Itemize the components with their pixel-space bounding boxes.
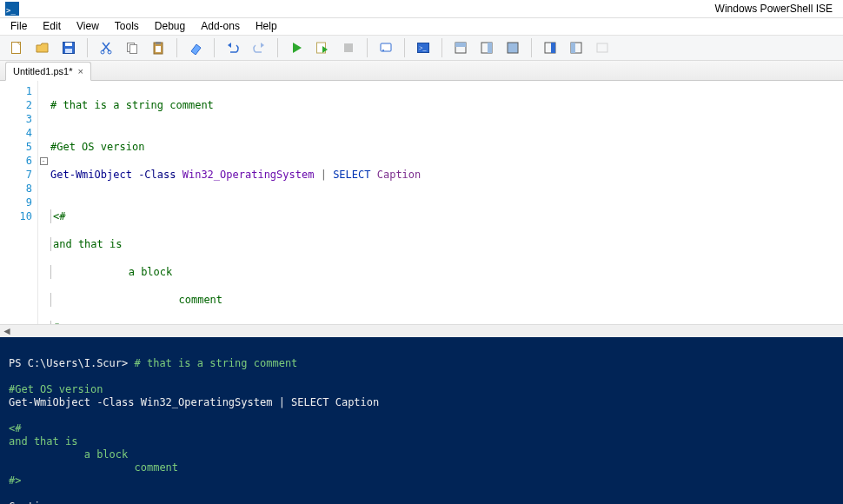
menu-addons[interactable]: Add-ons xyxy=(194,18,247,34)
menu-debug[interactable]: Debug xyxy=(148,18,192,34)
svg-rect-13 xyxy=(381,43,391,51)
redo-button[interactable] xyxy=(248,36,270,59)
console-icon: >_ xyxy=(416,41,430,55)
clear-console-button[interactable] xyxy=(184,36,207,59)
addon-pane-icon xyxy=(569,41,583,55)
line-number: 7 xyxy=(0,168,32,182)
svg-rect-9 xyxy=(156,42,161,44)
stop-icon xyxy=(342,41,355,55)
line-number: 3 xyxy=(0,112,32,126)
layout-right-icon xyxy=(480,41,494,55)
overflow-icon xyxy=(595,41,609,55)
menu-help[interactable]: Help xyxy=(249,18,284,34)
line-number: 2 xyxy=(0,98,32,112)
toolbar-separator xyxy=(367,38,368,57)
menu-tools[interactable]: Tools xyxy=(108,18,146,34)
svg-text:>_: >_ xyxy=(419,44,428,52)
code-text: Get-WmiObject xyxy=(50,169,132,181)
console-text: #Get OS version xyxy=(9,383,103,395)
menu-file[interactable]: File xyxy=(3,18,34,34)
copy-button[interactable] xyxy=(121,36,143,59)
line-number: 8 xyxy=(0,182,32,196)
svg-rect-26 xyxy=(597,43,607,52)
undo-icon xyxy=(226,41,240,55)
save-button[interactable] xyxy=(57,36,80,59)
layout-top-icon xyxy=(454,41,468,55)
line-number: 9 xyxy=(0,196,32,209)
editor-tab-label: Untitled1.ps1* xyxy=(13,66,73,76)
line-number: 4 xyxy=(0,126,32,140)
toolbar-separator xyxy=(531,38,532,57)
line-number: 1 xyxy=(0,84,32,98)
code-area[interactable]: # that is a string comment #Get OS versi… xyxy=(49,81,421,325)
commands-pane-icon xyxy=(543,41,557,55)
menu-edit[interactable]: Edit xyxy=(36,18,68,34)
code-text: <# xyxy=(53,210,65,222)
layout-editor-top-button[interactable] xyxy=(449,36,472,59)
tab-close-button[interactable]: × xyxy=(78,66,83,76)
code-text: # that is a string comment xyxy=(50,99,214,111)
powershell-console-button[interactable]: >_ xyxy=(412,36,435,59)
new-file-icon xyxy=(10,41,23,55)
code-text: Caption xyxy=(377,169,422,181)
svg-rect-18 xyxy=(455,43,466,47)
paste-button[interactable] xyxy=(147,36,169,59)
layout-editor-right-button[interactable] xyxy=(475,36,498,59)
code-text: a block xyxy=(53,266,172,278)
console-text: <# xyxy=(9,422,21,434)
code-text: comment xyxy=(53,294,222,306)
svg-rect-7 xyxy=(130,44,137,53)
svg-rect-10 xyxy=(156,46,161,52)
console-prompt: PS C:\Users\I.Scur> xyxy=(9,357,135,369)
toolbar-separator xyxy=(277,38,278,57)
scroll-left-icon[interactable]: ◄ xyxy=(0,325,14,337)
clipboard-icon xyxy=(151,41,165,55)
svg-rect-23 xyxy=(551,43,555,53)
console-text: and that is xyxy=(9,435,77,448)
console-text: #> xyxy=(9,474,21,487)
svg-point-14 xyxy=(382,50,384,51)
editor-scrollbar[interactable]: ◄ xyxy=(0,324,843,337)
line-number-gutter: 1 2 3 4 5 6 7 8 9 10 xyxy=(0,81,38,325)
app-title: Windows PowerShell ISE xyxy=(715,3,833,15)
svg-rect-3 xyxy=(65,49,72,53)
open-file-button[interactable] xyxy=(31,36,54,59)
fold-toggle[interactable]: - xyxy=(40,157,48,165)
title-bar: >_ Windows PowerShell ISE xyxy=(0,0,843,18)
toolbar: >_ xyxy=(0,35,843,61)
eraser-icon xyxy=(189,41,202,55)
show-commands-button[interactable] xyxy=(539,36,561,59)
console-text: a block xyxy=(9,448,128,461)
console-text: Caption xyxy=(9,501,53,504)
new-remote-tab-button[interactable] xyxy=(375,36,397,59)
menu-view[interactable]: View xyxy=(70,18,106,34)
redo-icon xyxy=(252,41,266,55)
code-text: SELECT xyxy=(333,169,370,181)
console-text: Get-WmiObject -Class Win32_OperatingSyst… xyxy=(9,396,379,408)
layout-editor-full-button[interactable] xyxy=(501,36,524,59)
toolbar-separator xyxy=(214,38,215,57)
new-file-button[interactable] xyxy=(5,36,28,59)
toolbar-separator xyxy=(176,38,177,57)
remote-icon xyxy=(379,41,393,55)
stop-button[interactable] xyxy=(337,36,360,59)
line-number: 6 xyxy=(0,154,32,168)
show-command-addon-button[interactable] xyxy=(565,36,587,59)
run-selection-button[interactable] xyxy=(311,36,334,59)
console-pane[interactable]: PS C:\Users\I.Scur> # that is a string c… xyxy=(0,337,843,504)
svg-rect-2 xyxy=(65,43,72,46)
layout-full-icon xyxy=(506,41,520,55)
cut-button[interactable] xyxy=(95,36,117,59)
undo-button[interactable] xyxy=(222,36,244,59)
menu-bar: File Edit View Tools Debug Add-ons Help xyxy=(0,18,843,35)
run-button[interactable] xyxy=(285,36,308,59)
toolbar-separator xyxy=(404,38,405,57)
toolbar-overflow-button[interactable] xyxy=(591,36,614,59)
save-icon xyxy=(62,41,76,55)
script-editor[interactable]: 1 2 3 4 5 6 7 8 9 10 - # that is a strin… xyxy=(0,81,843,325)
svg-rect-20 xyxy=(488,43,492,53)
code-text: -Class xyxy=(132,169,183,181)
toolbar-separator xyxy=(441,38,442,57)
scissors-icon xyxy=(99,41,113,55)
editor-tab[interactable]: Untitled1.ps1* × xyxy=(5,62,91,81)
